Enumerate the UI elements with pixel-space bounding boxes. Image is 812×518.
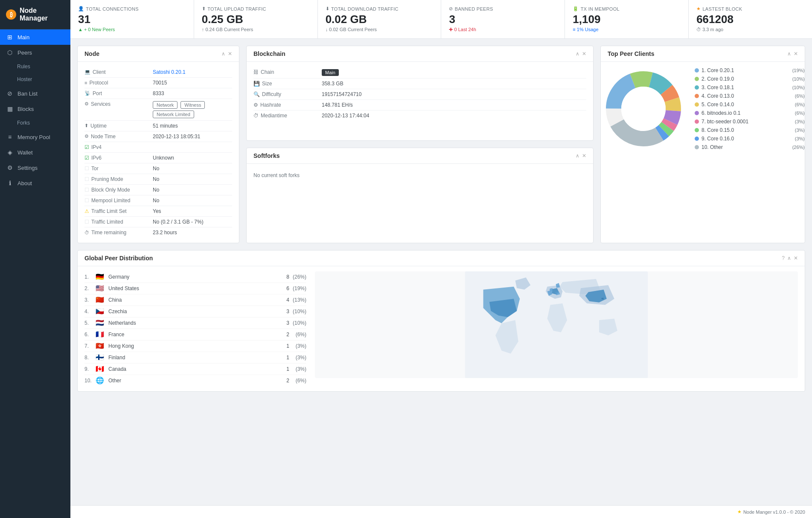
- blockchain-card-title: Blockchain: [253, 50, 285, 57]
- sidebar-item-label: Memory Pool: [17, 134, 50, 140]
- tor-icon: ☐: [84, 166, 89, 172]
- node-info-protocol: ≡ Protocol 70015: [84, 78, 232, 88]
- stat-download-label: ⬇ Total Download Traffic: [326, 6, 434, 12]
- top-peers-controls: ∧ ✕: [787, 51, 798, 57]
- blockchain-hashrate: ⚙ Hashrate 148.781 EH/s: [253, 100, 586, 111]
- download-icon: ⬇: [326, 6, 329, 12]
- tor-label: ☐ Tor: [84, 166, 153, 172]
- dist-count: 4: [276, 297, 289, 303]
- chain-icon: ⛓: [253, 69, 259, 75]
- dist-count: 1: [276, 343, 289, 349]
- stat-upload-sub: ↑ 0.24 GB Current Peers: [202, 27, 310, 32]
- peer-dot: [695, 77, 699, 81]
- sidebar-item-wallet[interactable]: ◈ Wallet: [0, 145, 70, 160]
- sidebar-item-rules[interactable]: Rules: [0, 60, 70, 73]
- sidebar-item-label: Main: [17, 34, 29, 41]
- dist-pct: (3%): [289, 355, 306, 361]
- badge-witness: Witness: [180, 101, 205, 109]
- node-info-client: 💻 Client Satoshi 0.20.1: [84, 67, 232, 78]
- dist-flag: 🇨🇿: [95, 308, 105, 315]
- sidebar-item-label: Ban List: [17, 90, 38, 97]
- nodetime-icon: ⚙: [84, 134, 89, 139]
- mempool-limited-icon: ☐: [84, 198, 89, 204]
- dist-flag: 🇺🇸: [95, 285, 105, 292]
- stat-download-sub: ↓ 0.02 GB Current Peers: [326, 27, 434, 32]
- peer-dot: [695, 137, 699, 141]
- blockchain-size: 💾 Size 358.3 GB: [253, 79, 586, 89]
- dist-country: France: [108, 332, 276, 338]
- peer-name: 8. Core 0.15.0: [701, 127, 795, 133]
- sidebar-item-ban-list[interactable]: ⊘ Ban List: [0, 86, 70, 101]
- protocol-icon: ≡: [84, 80, 87, 85]
- peer-dist-close-icon[interactable]: ✕: [794, 255, 798, 261]
- connections-icon: 👤: [78, 6, 84, 12]
- dist-country: Hong Kong: [108, 343, 276, 349]
- banned-icon: ⊘: [449, 6, 453, 12]
- dist-flag: 🇭🇰: [95, 343, 105, 349]
- dist-pct: (13%): [289, 297, 306, 303]
- peer-dist-header: Global Peer Distribution ? ∧ ✕: [78, 250, 805, 266]
- blockchain-collapse-icon[interactable]: ∧: [576, 51, 579, 57]
- peer-list-item: 6. bitnodes.io 0.1 (6%): [695, 109, 805, 117]
- peer-pct: (19%): [792, 68, 805, 73]
- sidebar-item-about[interactable]: ℹ About: [0, 175, 70, 191]
- sidebar-item-main[interactable]: ⊞ Main: [0, 29, 70, 45]
- sidebar-item-hoster[interactable]: Hoster: [0, 73, 70, 86]
- peer-name: 6. bitnodes.io 0.1: [701, 110, 795, 116]
- peer-dot: [695, 85, 699, 90]
- sidebar-item-settings[interactable]: ⚙ Settings: [0, 160, 70, 175]
- peer-name: 9. Core 0.16.0: [701, 136, 795, 142]
- bitcoin-icon: ₿: [6, 9, 16, 20]
- size-icon: 💾: [253, 81, 260, 87]
- port-label: 📡 Port: [84, 90, 153, 96]
- stat-block-label: ★ Lastest Block: [696, 6, 804, 12]
- dist-row: 7. 🇭🇰 Hong Kong 1 (3%): [84, 340, 306, 352]
- ban-icon: ⊘: [6, 90, 14, 97]
- traffic-limit-set-label: ⚠ Traffic Limit Set: [84, 208, 153, 214]
- dist-row: 5. 🇳🇱 Netherlands 3 (10%): [84, 317, 306, 329]
- peer-dot: [695, 68, 699, 73]
- peer-dist-help-icon[interactable]: ?: [782, 255, 785, 261]
- dist-pct: (26%): [289, 274, 306, 280]
- blockchain-close-icon[interactable]: ✕: [582, 51, 586, 57]
- peer-dist-collapse-icon[interactable]: ∧: [787, 255, 791, 261]
- peer-client-list: 1. Core 0.20.1 (19%) 2. Core 0.19.0 (10%…: [695, 66, 805, 151]
- stat-banned-label: ⊘ Banned Peers: [449, 6, 557, 12]
- close-icon[interactable]: ✕: [228, 51, 232, 57]
- sidebar-item-blocks[interactable]: ▦ Blocks: [0, 101, 70, 116]
- collapse-icon[interactable]: ∧: [221, 51, 225, 57]
- dist-rank: 2.: [84, 285, 95, 291]
- top-peers-close-icon[interactable]: ✕: [794, 51, 798, 57]
- donut-chart: [601, 66, 686, 151]
- difficulty-label: 🔍 Difficulty: [253, 91, 322, 97]
- sidebar-item-forks[interactable]: Forks: [0, 116, 70, 129]
- dist-count: 1: [276, 355, 289, 361]
- peer-name: 2. Core 0.19.0: [701, 76, 792, 82]
- softforks-close-icon[interactable]: ✕: [582, 153, 586, 159]
- stat-banned-value: 3: [449, 13, 557, 26]
- dist-country: Other: [108, 378, 276, 384]
- peer-dot: [695, 102, 699, 107]
- node-info-traffic-limited: ☐ Traffic Limited No (0.2 / 3.1 GB - 7%): [84, 217, 232, 227]
- top-peers-collapse-icon[interactable]: ∧: [787, 51, 791, 57]
- peer-list-item: 4. Core 0.13.0 (6%): [695, 92, 805, 100]
- pruning-label: ☐ Pruning Mode: [84, 176, 153, 182]
- dist-rank: 5.: [84, 320, 95, 326]
- protocol-value: 70015: [153, 80, 232, 86]
- peer-list-item: 1. Core 0.20.1 (19%): [695, 66, 805, 75]
- softforks-collapse-icon[interactable]: ∧: [576, 153, 579, 159]
- peer-pct: (10%): [792, 76, 805, 81]
- stats-bar: 👤 Total Connections 31 ▲ + 0 New Peers ⬆…: [70, 0, 812, 39]
- peer-name: 4. Core 0.13.0: [701, 93, 795, 99]
- sidebar-item-peers[interactable]: ⬡ Peers: [0, 45, 70, 60]
- mempool-icon: ≡: [6, 134, 14, 140]
- top-peers-title: Top Peer Clients: [608, 50, 654, 57]
- peer-dot: [695, 111, 699, 115]
- peer-dist-title: Global Peer Distribution: [84, 255, 153, 262]
- sidebar-item-memory-pool[interactable]: ≡ Memory Pool: [0, 129, 70, 145]
- peer-dist-body: 1. 🇩🇪 Germany 8 (26%) 2. 🇺🇸 United State…: [78, 266, 805, 391]
- sidebar-item-label: Blocks: [17, 106, 34, 112]
- dist-country: Germany: [108, 274, 276, 280]
- ipv4-label: ☑ IPv4: [84, 144, 153, 150]
- stat-mempool: 🔋 TX in Mempool 1,109 ≡ 1% Usage: [565, 0, 689, 38]
